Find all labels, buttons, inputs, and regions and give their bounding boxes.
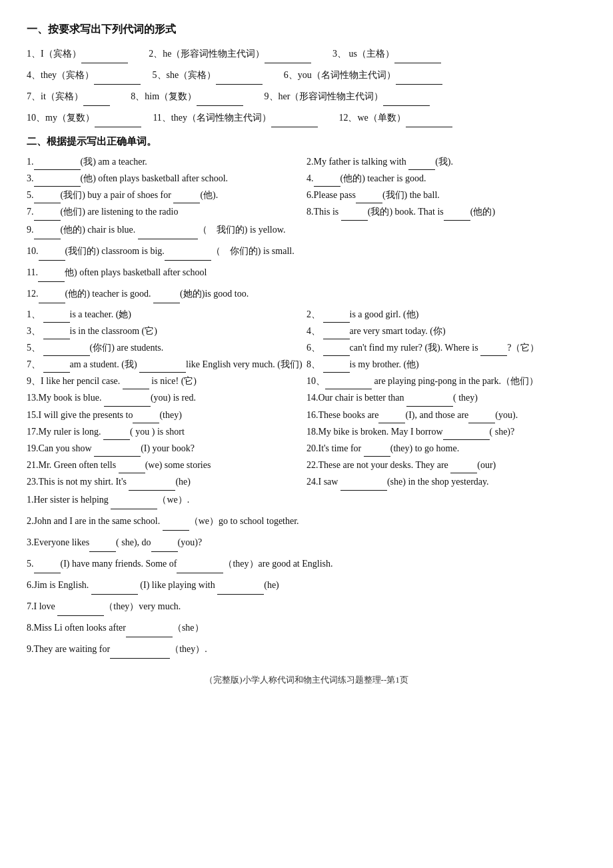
- blank: [408, 161, 435, 170]
- blank: [153, 294, 180, 303]
- section4-content: 13.My book is blue. (you) is red. 14.Our…: [27, 389, 586, 490]
- blank: [323, 313, 350, 323]
- section2-row1: 1.(我) am a teacher. 2.My father is talki…: [27, 153, 586, 170]
- col-right: 2.My father is talking with (我).: [306, 153, 586, 170]
- blank: [197, 97, 243, 106]
- section2-row5: 9.(他的) chair is blue. （ 我们的) is yellow.: [27, 221, 586, 239]
- blank: [323, 330, 350, 339]
- blank: [119, 464, 145, 473]
- blank: [151, 543, 178, 552]
- blank: [123, 380, 149, 389]
- blank: [38, 273, 65, 282]
- section5-row7: 8.Miss Li often looks after（she）: [27, 619, 586, 637]
- col-left: 13.My book is blue. (you) is red.: [27, 389, 306, 406]
- blank: [396, 75, 442, 85]
- blank: [57, 607, 104, 616]
- blank: [39, 294, 65, 303]
- blank: [83, 97, 110, 106]
- blank: [133, 414, 159, 423]
- section5-row2: 2.John and I are in the same school. （we…: [27, 512, 586, 531]
- blank: [39, 251, 65, 261]
- blank: [468, 414, 495, 423]
- blank: [34, 230, 61, 239]
- blank: [450, 464, 477, 473]
- blank: [138, 230, 198, 239]
- col-left: 1.(我) am a teacher.: [27, 153, 306, 170]
- blank: [104, 397, 151, 407]
- blank: [81, 54, 128, 63]
- blank: [177, 564, 223, 573]
- col-right: 10、 are playing ping-pong in the park.（他…: [306, 373, 586, 389]
- col-right: 8、 is my brother. (他): [306, 356, 586, 373]
- section5-row1: 1.Her sister is helping （we）.: [27, 491, 586, 509]
- section5-row3: 3.Everyone likes( she), do(you)?: [27, 533, 586, 552]
- blank: [34, 211, 61, 221]
- blank: [43, 347, 90, 356]
- col-right: 4.(他的) teacher is good.: [306, 170, 586, 187]
- blank: [139, 363, 186, 373]
- col-left: 5、 (你们) are students.: [27, 339, 306, 356]
- blank: [314, 177, 340, 187]
- blank: [43, 363, 70, 373]
- row-4: 10、my（复数） 11、they（名词性物主代词） 12、we（单数）: [27, 109, 586, 127]
- section2-row3: 5.(我们) buy a pair of shoes for (他). 6.Pl…: [27, 187, 586, 203]
- col-left: 9、I like her pencil case. is nice! (它): [27, 373, 306, 389]
- col-left: 7、 am a student. (我) like English very m…: [27, 356, 306, 373]
- blank: [103, 431, 130, 440]
- blank: [91, 585, 138, 595]
- section2-row8: 12.(他的) teacher is good. (她的)is good too…: [27, 285, 586, 303]
- col-left: 7.(他们) are listening to the radio: [27, 203, 306, 220]
- section4-row2: 15.I will give the presents to(they) 16.…: [27, 407, 586, 423]
- section4-row4: 19.Can you show (I) your book? 20.It's t…: [27, 440, 586, 457]
- blank: [356, 194, 382, 203]
- blank: [265, 54, 311, 63]
- section4-row6: 23.This is not my shirt. It's (he) 24.I …: [27, 473, 586, 490]
- col-right: 18.My bike is broken. May I borrow( she)…: [306, 423, 586, 440]
- section2-row4: 7.(他们) are listening to the radio 8.This…: [27, 203, 586, 220]
- section4-row1: 13.My book is blue. (you) is red. 14.Our…: [27, 389, 586, 406]
- col-right: 14.Our chair is better than ( they): [306, 389, 586, 406]
- section5-row6: 7.I love （they）very much.: [27, 597, 586, 616]
- col-left: 5.(我们) buy a pair of shoes for (他).: [27, 187, 306, 203]
- col-right: 24.I saw (she) in the shop yesterday.: [306, 473, 586, 490]
- blank: [340, 481, 387, 491]
- section2-content: 1.(我) am a teacher. 2.My father is talki…: [27, 153, 586, 303]
- col-right: 20.It's time for (they) to go home.: [306, 440, 586, 457]
- blank: [480, 347, 507, 356]
- row-2: 4、they（宾格） 5、she（宾格） 6、you（名词性物主代词）: [27, 66, 586, 85]
- blank: [129, 481, 175, 491]
- section5-content: 1.Her sister is helping （we）. 2.John and…: [27, 491, 586, 659]
- col-right: 6.Please pass(我们) the ball.: [306, 187, 586, 203]
- col-right: 8.This is (我的) book. That is(他的): [306, 203, 586, 220]
- blank: [406, 118, 452, 127]
- blank: [34, 194, 61, 203]
- blank: [271, 118, 318, 127]
- blank: [323, 363, 350, 373]
- blank: [34, 564, 61, 573]
- section1-rows: 1、I（宾格） 2、he（形容词性物主代词） 3、 us（主格） 4、they（…: [27, 45, 586, 127]
- blank: [94, 75, 141, 85]
- col-right: 16.These books are(I), and those are(you…: [306, 407, 586, 423]
- section3-row4: 7、 am a student. (我) like English very m…: [27, 356, 586, 373]
- blank: [378, 414, 405, 423]
- blank: [126, 628, 173, 637]
- blank: [444, 211, 470, 221]
- blank: [94, 447, 141, 457]
- blank: [443, 431, 490, 440]
- section1-title: 一、按要求写出下列代词的形式: [27, 20, 586, 39]
- col-left: 21.Mr. Green often tells (we) some stori…: [27, 457, 306, 473]
- col-left: 3、 is in the classroom (它): [27, 323, 306, 339]
- section3-row5: 9、I like her pencil case. is nice! (它) 1…: [27, 373, 586, 389]
- col-right: 2、 is a good girl. (他): [306, 306, 586, 323]
- blank: [43, 330, 70, 339]
- blank: [34, 161, 81, 170]
- row-3: 7、it（宾格） 8、him（复数） 9、her（形容词性物主代词）: [27, 87, 586, 106]
- blank: [364, 447, 390, 457]
- blank: [216, 75, 263, 85]
- col-left: 1、 is a teacher. (她): [27, 306, 306, 323]
- section2-row2: 3.(他) often plays basketball after schoo…: [27, 170, 586, 187]
- col-right: 6、 can't find my ruler? (我). Where is ?（…: [306, 339, 586, 356]
- section3-row2: 3、 is in the classroom (它) 4、 are very s…: [27, 323, 586, 339]
- page-content: 一、按要求写出下列代词的形式 1、I（宾格） 2、he（形容词性物主代词） 3、…: [27, 20, 586, 687]
- blank: [383, 97, 430, 106]
